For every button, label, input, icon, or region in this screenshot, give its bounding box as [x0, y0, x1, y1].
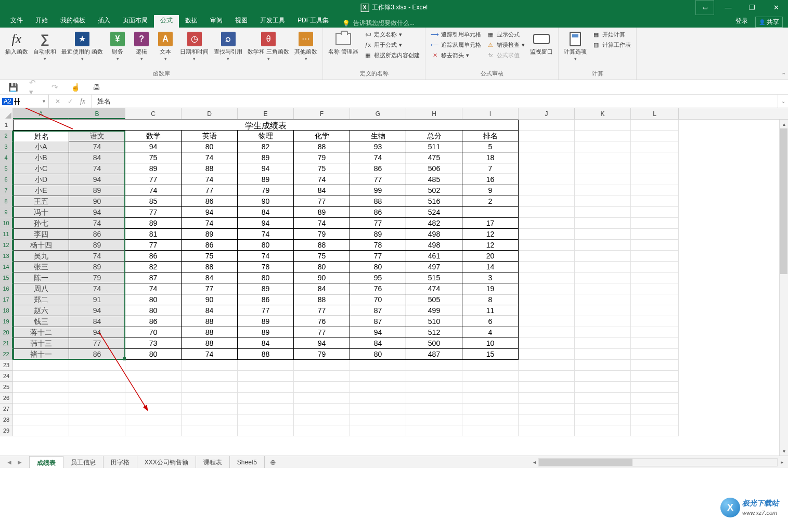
data-cell[interactable]: 94 — [238, 218, 294, 229]
row-header[interactable]: 18 — [0, 305, 13, 316]
data-cell[interactable]: 515 — [406, 273, 462, 283]
data-cell[interactable]: 小B — [13, 152, 69, 163]
data-cell[interactable]: 88 — [182, 262, 238, 273]
cell[interactable] — [575, 174, 631, 185]
cell[interactable] — [69, 371, 125, 382]
cell[interactable] — [519, 404, 575, 414]
data-cell[interactable]: 75 — [294, 251, 350, 262]
cell[interactable] — [519, 141, 575, 152]
cell[interactable] — [631, 371, 679, 382]
data-cell[interactable]: 94 — [238, 163, 294, 174]
column-header[interactable]: J — [519, 108, 575, 119]
tell-me[interactable]: 💡 告诉我您想要做什么... — [342, 19, 415, 28]
more-functions-button[interactable]: 其他函数 — [292, 30, 319, 63]
column-header[interactable]: H — [406, 108, 462, 119]
undo-icon[interactable]: ↶ ▾ — [29, 83, 38, 92]
cell[interactable] — [519, 425, 575, 436]
data-cell[interactable]: 94 — [69, 207, 125, 218]
data-cell[interactable]: 84 — [294, 283, 350, 294]
data-cell[interactable]: 94 — [125, 141, 182, 152]
data-cell[interactable]: 94 — [69, 305, 125, 316]
data-cell[interactable]: 88 — [182, 327, 238, 338]
cell[interactable] — [238, 371, 294, 382]
cell[interactable] — [182, 382, 238, 393]
data-cell[interactable]: 95 — [350, 273, 406, 283]
cell[interactable] — [575, 240, 631, 251]
data-cell[interactable]: 90 — [294, 273, 350, 283]
data-cell[interactable]: 76 — [294, 316, 350, 327]
scroll-down-icon[interactable]: ▾ — [780, 447, 788, 456]
data-cell[interactable]: 16 — [462, 174, 519, 185]
cell[interactable] — [631, 207, 679, 218]
data-cell[interactable]: 94 — [294, 338, 350, 349]
expand-formula-bar-icon[interactable]: ⌄ — [778, 95, 788, 108]
data-cell[interactable]: 74 — [294, 218, 350, 229]
row-header[interactable]: 17 — [0, 294, 13, 305]
cell[interactable] — [575, 360, 631, 371]
cell[interactable] — [519, 207, 575, 218]
data-cell[interactable]: 74 — [182, 218, 238, 229]
data-cell[interactable]: 89 — [125, 163, 182, 174]
data-cell[interactable]: 杨十四 — [13, 240, 69, 251]
cell[interactable] — [519, 414, 575, 425]
text-button[interactable]: 文本 — [154, 30, 177, 63]
sheet-tab[interactable]: 课程表 — [196, 456, 230, 468]
cell[interactable] — [519, 305, 575, 316]
row-header[interactable]: 11 — [0, 229, 13, 240]
data-cell[interactable]: 77 — [125, 207, 182, 218]
data-cell[interactable]: 74 — [350, 152, 406, 163]
data-cell[interactable]: 80 — [350, 349, 406, 360]
cell[interactable] — [631, 240, 679, 251]
data-cell[interactable]: 506 — [406, 163, 462, 174]
data-cell[interactable]: 512 — [406, 327, 462, 338]
cell[interactable] — [575, 371, 631, 382]
data-cell[interactable]: 88 — [238, 349, 294, 360]
error-checking-button[interactable]: ⚠错误检查 ▾ — [484, 40, 527, 49]
row-header[interactable]: 28 — [0, 414, 13, 425]
data-cell[interactable]: 86 — [182, 240, 238, 251]
cell[interactable] — [631, 131, 679, 141]
cell[interactable] — [238, 393, 294, 404]
cell[interactable] — [519, 229, 575, 240]
cell[interactable] — [519, 327, 575, 338]
row-header[interactable]: 10 — [0, 218, 13, 229]
sheet-tab[interactable]: 员工信息 — [63, 456, 104, 468]
data-cell[interactable]: 89 — [238, 152, 294, 163]
row-header[interactable]: 14 — [0, 262, 13, 273]
table-header-cell[interactable]: 生物 — [350, 131, 406, 141]
financial-button[interactable]: 财务 — [106, 30, 129, 63]
horizontal-scroll-thumb[interactable] — [539, 459, 632, 466]
cell[interactable] — [294, 393, 350, 404]
cell[interactable] — [631, 294, 679, 305]
scroll-left-icon[interactable]: ◂ — [530, 458, 538, 466]
row-header[interactable]: 8 — [0, 196, 13, 207]
data-cell[interactable]: 74 — [182, 174, 238, 185]
sheet-nav-next-icon[interactable]: ► — [16, 459, 24, 466]
cell[interactable] — [13, 425, 69, 436]
data-cell[interactable]: 80 — [294, 262, 350, 273]
row-header[interactable]: 21 — [0, 338, 13, 349]
data-cell[interactable]: 498 — [406, 229, 462, 240]
data-cell[interactable]: 74 — [125, 283, 182, 294]
recently-used-button[interactable]: 最近使用的 函数 — [59, 30, 105, 63]
data-cell[interactable]: 78 — [238, 262, 294, 273]
touch-mode-icon[interactable]: ☝ — [71, 83, 80, 92]
data-cell[interactable]: 497 — [406, 262, 462, 273]
cell[interactable] — [350, 404, 406, 414]
column-header[interactable]: A — [13, 108, 69, 119]
data-cell[interactable]: 70 — [350, 294, 406, 305]
data-cell[interactable]: 80 — [238, 240, 294, 251]
cell[interactable] — [125, 360, 182, 371]
cell[interactable] — [519, 262, 575, 273]
data-cell[interactable]: 76 — [350, 283, 406, 294]
row-header[interactable]: 4 — [0, 152, 13, 163]
cell[interactable] — [350, 360, 406, 371]
column-header[interactable]: D — [182, 108, 238, 119]
data-cell[interactable]: 86 — [125, 316, 182, 327]
row-header[interactable]: 3 — [0, 141, 13, 152]
evaluate-formula-button[interactable]: fx公式求值 — [484, 50, 527, 60]
data-cell[interactable]: 小E — [13, 185, 69, 196]
cell[interactable] — [125, 382, 182, 393]
cell[interactable] — [631, 360, 679, 371]
data-cell[interactable]: 74 — [69, 251, 125, 262]
